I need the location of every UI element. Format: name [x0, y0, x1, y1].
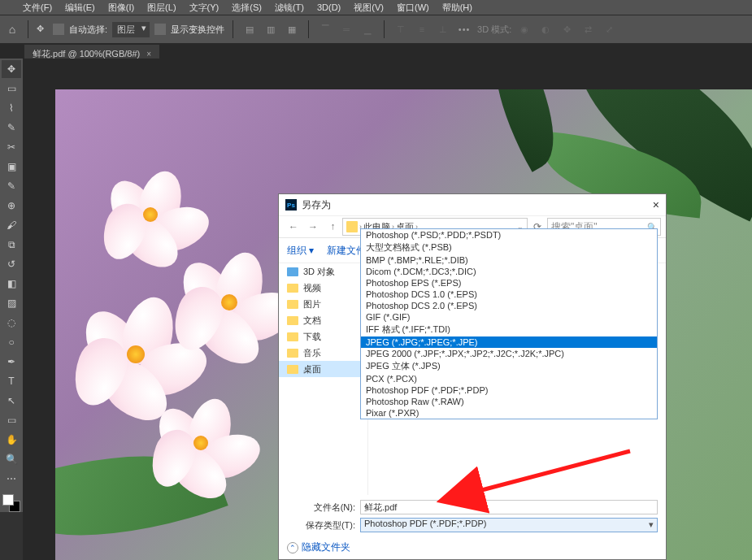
filetype-option[interactable]: Photoshop DCS 2.0 (*.EPS) — [361, 300, 657, 311]
crop-tool[interactable]: ✂ — [2, 138, 21, 156]
savetype-select[interactable]: Photoshop PDF (*.PDF;*.PDP) — [360, 518, 658, 532]
foreground-color[interactable] — [2, 494, 14, 506]
filetype-option[interactable]: BMP (*.BMP;*.RLE;*.DIB) — [361, 254, 657, 266]
filetype-option[interactable]: Dicom (*.DCM;*.DC3;*.DIC) — [361, 266, 657, 277]
filetype-option[interactable]: Photoshop Raw (*.RAW) — [361, 396, 657, 407]
eraser-tool[interactable]: ◧ — [2, 275, 21, 293]
filetype-option[interactable]: Photoshop PDF (*.PDF;*.PDP) — [361, 384, 657, 396]
frame-tool[interactable]: ▣ — [2, 158, 21, 176]
hand-tool[interactable]: ✋ — [2, 431, 21, 449]
filetype-option[interactable]: JPEG 2000 (*.JPF;*.JPX;*.JP2;*.J2C;*.J2K… — [361, 348, 657, 359]
menu-help[interactable]: 帮助(H) — [442, 2, 472, 14]
divider — [308, 20, 309, 38]
menu-layer[interactable]: 图层(L) — [147, 2, 176, 14]
stamp-tool[interactable]: ⧉ — [2, 236, 21, 254]
menu-file[interactable]: 文件(F) — [23, 2, 52, 14]
menu-3d[interactable]: 3D(D) — [317, 2, 341, 12]
align-vcenter-icon[interactable]: ═ — [338, 21, 354, 37]
history-brush-tool[interactable]: ↺ — [2, 255, 21, 273]
filetype-option[interactable]: GIF (*.GIF) — [361, 311, 657, 323]
chevron-up-icon: ⌃ — [287, 542, 298, 553]
menu-image[interactable]: 图像(I) — [108, 2, 134, 14]
heal-tool[interactable]: ⊕ — [2, 197, 21, 215]
pan-icon[interactable]: ✥ — [559, 21, 575, 37]
sidebar-item[interactable]: 文档 — [279, 312, 367, 328]
color-swatches[interactable] — [2, 494, 20, 512]
filetype-option[interactable]: Photoshop EPS (*.EPS) — [361, 277, 657, 289]
zoom-icon[interactable]: ⤢ — [601, 21, 617, 37]
blur-tool[interactable]: ◌ — [2, 314, 21, 332]
close-icon[interactable]: × — [653, 198, 659, 211]
shape-tool[interactable]: ▭ — [2, 411, 21, 429]
folder-icon — [287, 349, 298, 358]
transform-checkbox[interactable] — [154, 24, 166, 35]
menu-window[interactable]: 窗口(W) — [397, 2, 429, 14]
filetype-option[interactable]: Photoshop DCS 1.0 (*.EPS) — [361, 289, 657, 300]
distribute-mid-icon[interactable]: ≡ — [414, 21, 430, 37]
filetype-option[interactable]: Photoshop (*.PSD;*.PDD;*.PSDT) — [361, 229, 657, 241]
move-tool[interactable]: ✥ — [2, 60, 21, 78]
menu-view[interactable]: 视图(V) — [354, 2, 384, 14]
home-button[interactable]: ⌂ — [5, 22, 20, 37]
path-tool[interactable]: ↖ — [2, 392, 21, 410]
filetype-option[interactable]: 大型文档格式 (*.PSB) — [361, 241, 657, 254]
roll-icon[interactable]: ◐ — [537, 21, 554, 37]
sidebar-item-desktop[interactable]: 桌面 — [279, 361, 367, 377]
distribute-bot-icon[interactable]: ⊥ — [435, 21, 451, 37]
align-top-icon[interactable]: ▔ — [317, 21, 333, 37]
dialog-fields: 文件名(N): 保存类型(T): Photoshop PDF (*.PDF;*.… — [279, 495, 666, 536]
photoshop-icon: Ps — [285, 199, 297, 211]
pen-tool[interactable]: ✒ — [2, 353, 21, 371]
layer-select[interactable]: 图层 — [112, 22, 150, 37]
nav-up-icon[interactable]: → — [323, 217, 342, 237]
sidebar-item[interactable]: 视频 — [279, 280, 367, 296]
organize-menu[interactable]: 组织 ▾ — [287, 244, 314, 258]
marquee-tool[interactable]: ▭ — [2, 80, 21, 98]
filetype-option[interactable]: PCX (*.PCX) — [361, 373, 657, 384]
folder-icon — [287, 284, 298, 293]
save-as-dialog: Ps 另存为 × ← → → › 此电脑 › 桌面 › ⌄ ⟳ 搜索"桌面" 🔍… — [278, 193, 667, 560]
more-icon[interactable]: ••• — [456, 21, 472, 37]
edit-toolbar[interactable]: ⋯ — [2, 470, 21, 488]
auto-select-checkbox[interactable] — [53, 24, 64, 35]
orbit-icon[interactable]: ◉ — [516, 21, 532, 37]
gradient-tool[interactable]: ▨ — [2, 294, 21, 312]
sidebar-item[interactable]: 下载 — [279, 328, 367, 345]
menu-text[interactable]: 文字(Y) — [189, 2, 220, 14]
dodge-tool[interactable]: ○ — [2, 333, 21, 351]
close-icon[interactable]: × — [146, 50, 151, 59]
tools-panel: ✥ ▭ ⌇ ✎ ✂ ▣ ✎ ⊕ 🖌 ⧉ ↺ ◧ ▨ ◌ ○ ✒ T ↖ ▭ ✋ … — [0, 59, 23, 512]
filetype-option[interactable]: Pixar (*.PXR) — [361, 407, 657, 419]
eyedropper-tool[interactable]: ✎ — [2, 177, 21, 195]
dialog-titlebar[interactable]: Ps 另存为 × — [279, 194, 666, 215]
align-center-icon[interactable]: ▥ — [263, 21, 279, 37]
menu-select[interactable]: 选择(S) — [232, 2, 262, 14]
sidebar-item[interactable]: 图片 — [279, 296, 367, 312]
align-right-icon[interactable]: ▦ — [284, 21, 300, 37]
align-bottom-icon[interactable]: ▁ — [359, 21, 376, 37]
sidebar-item[interactable]: 音乐 — [279, 345, 367, 361]
folder-icon — [287, 267, 298, 276]
savetype-dropdown-list: Photoshop (*.PSD;*.PDD;*.PSDT) 大型文档格式 (*… — [360, 228, 658, 419]
distribute-top-icon[interactable]: ⊤ — [393, 21, 409, 37]
hide-folders-toggle[interactable]: ⌃ 隐藏文件夹 — [287, 540, 350, 554]
options-bar: ⌂ ✥ 自动选择: 图层 显示变换控件 ▤ ▥ ▦ ▔ ═ ▁ ⊤ ≡ ⊥ ••… — [0, 15, 752, 44]
nav-forward-icon[interactable]: → — [303, 217, 323, 237]
menu-filter[interactable]: 滤镜(T) — [275, 2, 304, 14]
zoom-tool[interactable]: 🔍 — [2, 450, 21, 468]
sidebar-item[interactable]: 3D 对象 — [279, 263, 367, 280]
type-tool[interactable]: T — [2, 372, 21, 390]
lasso-tool[interactable]: ⌇ — [2, 99, 21, 117]
filename-label: 文件名(N): — [287, 501, 355, 514]
menu-edit[interactable]: 编辑(E) — [65, 2, 95, 14]
brush-tool[interactable]: 🖌 — [2, 216, 21, 234]
nav-back-icon[interactable]: ← — [284, 217, 303, 237]
align-left-icon[interactable]: ▤ — [241, 21, 258, 37]
filetype-option[interactable]: IFF 格式 (*.IFF;*.TDI) — [361, 323, 657, 336]
auto-select-label: 自动选择: — [69, 24, 107, 36]
slide-icon[interactable]: ⇄ — [580, 21, 596, 37]
filetype-option-jpeg[interactable]: JPEG (*.JPG;*.JPEG;*.JPE) — [361, 336, 657, 348]
filename-input[interactable] — [360, 500, 658, 514]
quick-select-tool[interactable]: ✎ — [2, 119, 21, 137]
filetype-option[interactable]: JPEG 立体 (*.JPS) — [361, 359, 657, 373]
